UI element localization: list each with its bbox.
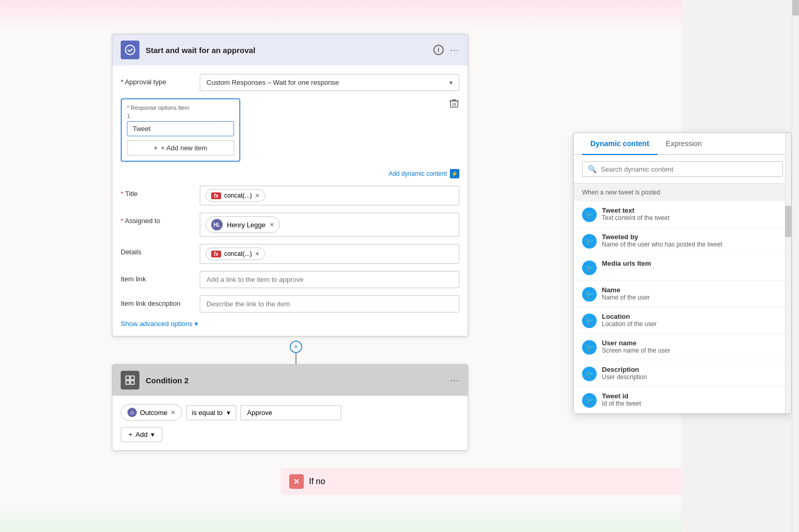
is-equal-to-dropdown[interactable]: is equal to ▾: [186, 405, 236, 420]
list-item[interactable]: 🐦 Name Name of the user: [574, 281, 791, 307]
details-token[interactable]: fx concat(...) ✕: [205, 248, 265, 260]
advanced-options-label: Show advanced options: [121, 320, 192, 328]
twitter-icon: 🐦: [582, 340, 597, 355]
list-item[interactable]: 🐦 Tweet id Id of the tweet: [574, 387, 791, 413]
dynamic-content-icon: ⚡: [450, 169, 459, 178]
approval-icon: [121, 41, 139, 59]
assigned-to-label: Assigned to: [121, 213, 194, 225]
tab-expression[interactable]: Expression: [658, 133, 710, 155]
if-no-label: If no: [309, 477, 325, 486]
search-box: 🔍: [574, 155, 791, 184]
svg-rect-3: [131, 376, 134, 380]
plus-icon: +: [154, 144, 158, 152]
condition-icon: [121, 371, 139, 390]
dc-item-desc: Id of the tweet: [602, 400, 783, 407]
item-link-label: Item link: [121, 271, 194, 283]
add-new-item-button[interactable]: + + Add new item: [127, 140, 234, 155]
outcome-close-icon[interactable]: ✕: [171, 409, 175, 416]
details-label: Details: [121, 244, 194, 256]
approval-type-value: Custom Responses – Wait for one response: [207, 79, 339, 86]
dc-item-desc: User description: [602, 373, 783, 381]
dc-item-text: Media urls Item: [602, 259, 783, 267]
dc-item-desc: Screen name of the user: [602, 347, 783, 354]
list-item[interactable]: 🐦 User name Screen name of the user: [574, 334, 791, 360]
list-item[interactable]: 🐦 Location Location of the user: [574, 307, 791, 334]
dc-item-name: Location: [602, 313, 783, 320]
item-link-desc-input[interactable]: [200, 295, 459, 313]
list-item[interactable]: 🐦 Description User description: [574, 360, 791, 387]
dc-section-header: When a new tweet is posted: [574, 184, 791, 201]
twitter-icon: 🐦: [582, 207, 597, 222]
token-label: concat(...): [224, 192, 252, 199]
response-options-row: * Response options Item 1 + + Add new it…: [121, 98, 459, 162]
dc-item-desc: Name of the user: [602, 294, 783, 301]
twitter-icon: 🐦: [582, 314, 597, 328]
page-scrollbar-thumb[interactable]: [792, 0, 799, 16]
dc-item-desc: Name of the user who has posted the twee…: [602, 241, 783, 248]
approval-type-control: Custom Responses – Wait for one response…: [200, 74, 459, 91]
assigned-to-row: Assigned to HL Henry Legge ✕: [121, 213, 459, 237]
outcome-chip[interactable]: ⊙ Outcome ✕: [121, 404, 182, 421]
svg-rect-4: [126, 381, 130, 384]
fx-icon: fx: [211, 192, 221, 199]
panel-scrollbar-thumb[interactable]: [785, 206, 791, 237]
add-step-button[interactable]: +: [290, 341, 302, 353]
twitter-icon: 🐦: [582, 261, 597, 275]
item-link-input[interactable]: [200, 271, 459, 288]
response-item-input[interactable]: [127, 121, 234, 136]
bottom-strip: [0, 501, 681, 532]
details-close-icon[interactable]: ✕: [255, 251, 260, 257]
add-condition-button[interactable]: + Add ▾: [121, 427, 162, 442]
svg-rect-5: [131, 381, 134, 384]
condition-card: Condition 2 ··· ⊙ Outcome ✕ is equal to …: [112, 364, 468, 451]
search-input[interactable]: [601, 165, 777, 173]
title-control: fx concat(...) ✕: [200, 186, 459, 205]
list-item[interactable]: 🐦 Media urls Item: [574, 254, 791, 281]
item-link-control: [200, 271, 459, 288]
more-options-icon[interactable]: ···: [450, 45, 459, 56]
dynamic-content-area: Add dynamic content ⚡: [121, 169, 459, 178]
info-icon[interactable]: i: [433, 45, 444, 55]
condition-more-icon[interactable]: ···: [450, 375, 459, 386]
page-scrollbar: [792, 0, 799, 532]
add-dynamic-content-link[interactable]: Add dynamic content: [389, 170, 447, 177]
chevron-down-advanced-icon: ▾: [195, 320, 198, 328]
svg-rect-1: [450, 101, 458, 107]
add-label: Add: [136, 431, 148, 438]
twitter-icon: 🐦: [582, 287, 597, 302]
card-header-actions: i ···: [433, 45, 459, 56]
assigned-name: Henry Legge: [227, 221, 265, 229]
title-row: Title fx concat(...) ✕: [121, 186, 459, 205]
approval-type-label: * Approval type: [121, 74, 194, 86]
show-advanced-options[interactable]: Show advanced options ▾: [121, 320, 459, 328]
assigned-close-icon[interactable]: ✕: [269, 222, 274, 228]
outcome-icon: ⊙: [127, 408, 137, 417]
condition-header: Condition 2 ···: [112, 365, 468, 396]
item-link-desc-row: Item link description: [121, 295, 459, 313]
condition-title: Condition 2: [146, 376, 444, 385]
dc-item-name: Tweeted by: [602, 233, 783, 241]
item-link-row: Item link: [121, 271, 459, 288]
fx-icon-details: fx: [211, 251, 221, 257]
details-token-label: concat(...): [224, 250, 252, 257]
approval-type-row: * Approval type Custom Responses – Wait …: [121, 74, 459, 91]
dc-item-name: User name: [602, 339, 783, 347]
approve-input[interactable]: [240, 405, 341, 420]
approval-card: Start and wait for an approval i ··· * A…: [112, 34, 468, 336]
token-close-icon[interactable]: ✕: [255, 192, 260, 199]
add-new-item-label: + Add new item: [161, 144, 207, 152]
assigned-to-token[interactable]: HL Henry Legge ✕: [205, 216, 280, 233]
top-strip: [0, 0, 681, 31]
tab-dynamic-content[interactable]: Dynamic content: [582, 133, 658, 155]
chevron-add-icon: ▾: [151, 431, 154, 438]
plus-icon-condition: +: [128, 431, 133, 438]
approval-type-dropdown[interactable]: Custom Responses – Wait for one response…: [200, 74, 459, 91]
details-row: Details fx concat(...) ✕: [121, 244, 459, 264]
dc-item-text: Location Location of the user: [602, 313, 783, 328]
trash-icon[interactable]: [449, 98, 459, 111]
dc-item-text: Tweet text Text content of the tweet: [602, 206, 783, 222]
title-token[interactable]: fx concat(...) ✕: [205, 189, 265, 202]
dc-item-text: Description User description: [602, 366, 783, 381]
list-item[interactable]: 🐦 Tweet text Text content of the tweet: [574, 201, 791, 228]
list-item[interactable]: 🐦 Tweeted by Name of the user who has po…: [574, 228, 791, 254]
